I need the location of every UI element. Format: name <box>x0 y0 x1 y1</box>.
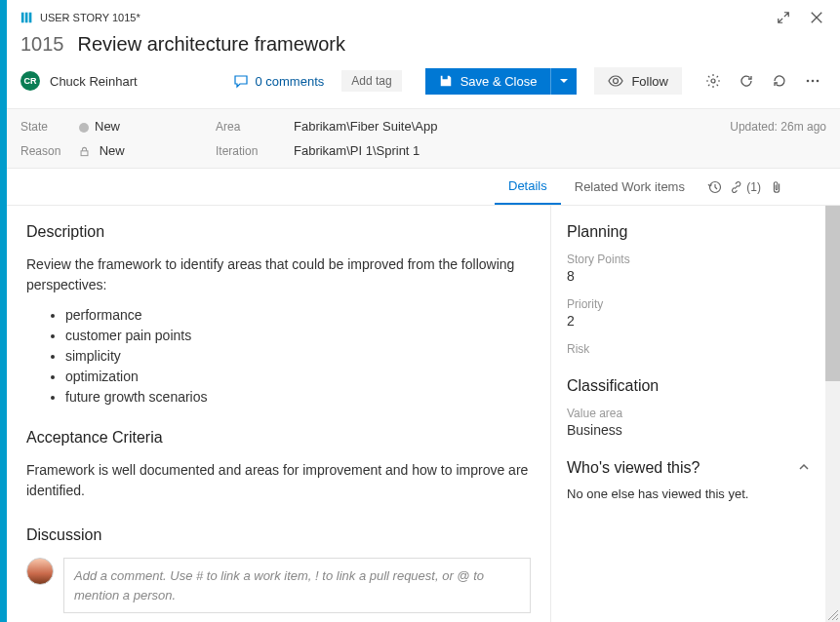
priority-value[interactable]: 2 <box>567 313 810 329</box>
value-area-label: Value area <box>567 407 810 420</box>
svg-point-7 <box>817 80 820 83</box>
list-item: simplicity <box>65 346 531 367</box>
acceptance-criteria-title: Acceptance Criteria <box>26 429 531 447</box>
reason-label: Reason <box>20 144 79 158</box>
tab-history[interactable] <box>699 170 730 205</box>
viewed-title: Who's viewed this? <box>567 459 700 477</box>
area-label: Area <box>216 120 294 134</box>
tab-links[interactable]: (1) <box>730 170 761 205</box>
scrollbar-thumb[interactable] <box>825 206 840 381</box>
list-item: future growth scenarios <box>65 387 531 408</box>
updated-label: Updated: 26m ago <box>730 120 826 134</box>
expand-icon[interactable] <box>774 8 793 27</box>
state-value[interactable]: New <box>79 119 216 134</box>
follow-label: Follow <box>631 74 668 89</box>
work-item-id: 1015 <box>20 33 64 56</box>
list-item: optimization <box>65 367 531 387</box>
classification-title: Classification <box>567 377 810 395</box>
lock-icon <box>79 146 90 157</box>
list-item: customer pain points <box>65 326 531 346</box>
svg-point-4 <box>711 79 715 83</box>
work-item-title[interactable]: Review architecture framework <box>78 33 346 56</box>
save-label: Save & Close <box>460 74 538 89</box>
user-story-icon <box>20 11 34 24</box>
tab-related-work-items[interactable]: Related Work items <box>561 170 699 204</box>
undo-button[interactable] <box>766 67 793 95</box>
story-points-label: Story Points <box>567 253 810 266</box>
discussion-input[interactable]: Add a comment. Use # to link a work item… <box>63 558 531 613</box>
more-actions-button[interactable] <box>799 67 826 95</box>
iteration-value[interactable]: Fabrikam\PI 1\Sprint 1 <box>294 143 730 158</box>
risk-label: Risk <box>567 342 810 356</box>
svg-point-6 <box>812 80 815 83</box>
resize-grip-icon[interactable] <box>826 608 840 622</box>
current-user-avatar <box>26 558 54 585</box>
svg-rect-8 <box>81 151 88 156</box>
refresh-icon <box>739 73 754 89</box>
follow-button[interactable]: Follow <box>594 67 682 95</box>
save-icon <box>439 74 453 88</box>
avatar[interactable]: CR <box>20 71 40 91</box>
chevron-down-icon <box>559 76 569 86</box>
vertical-scrollbar[interactable] <box>825 206 840 622</box>
story-points-value[interactable]: 8 <box>567 268 810 284</box>
color-rail <box>0 0 7 622</box>
description-title: Description <box>26 223 531 241</box>
links-count: (1) <box>746 180 761 194</box>
acceptance-criteria-text[interactable]: Framework is well documented and areas f… <box>26 460 531 501</box>
state-label: State <box>20 120 79 134</box>
close-icon[interactable] <box>807 8 826 27</box>
assignee-name[interactable]: Chuck Reinhart <box>50 74 138 89</box>
viewed-text: No one else has viewed this yet. <box>567 486 810 501</box>
state-dot-icon <box>79 123 89 133</box>
tab-details[interactable]: Details <box>495 169 561 205</box>
settings-button[interactable] <box>700 67 727 95</box>
description-text[interactable]: Review the framework to identify areas t… <box>26 254 531 295</box>
work-item-type-label: USER STORY 1015* <box>40 12 140 23</box>
description-bullets[interactable]: performance customer pain points simplic… <box>26 305 531 408</box>
undo-icon <box>772 73 787 89</box>
comments-link[interactable]: 0 comments <box>233 73 324 89</box>
ellipsis-icon <box>805 73 820 89</box>
save-and-close-button[interactable]: Save & Close <box>425 68 551 95</box>
priority-label: Priority <box>567 297 810 311</box>
link-icon <box>730 179 742 195</box>
svg-rect-2 <box>29 13 32 23</box>
comments-count-label: 0 comments <box>255 74 324 89</box>
discussion-title: Discussion <box>26 526 531 544</box>
add-tag-button[interactable]: Add tag <box>341 70 401 92</box>
value-area-value[interactable]: Business <box>567 422 810 438</box>
tab-attachments[interactable] <box>761 170 792 205</box>
attachment-icon <box>770 179 783 195</box>
reason-value[interactable]: New <box>79 143 216 158</box>
iteration-label: Iteration <box>216 144 294 158</box>
comment-icon <box>233 73 249 89</box>
planning-title: Planning <box>567 223 810 241</box>
body-right-pane: Planning Story Points 8 Priority 2 Risk … <box>550 206 825 622</box>
list-item: performance <box>65 305 531 326</box>
eye-icon <box>608 73 623 89</box>
history-icon <box>706 179 722 195</box>
tabs-row: Details Related Work items (1) <box>7 169 840 206</box>
refresh-button[interactable] <box>733 67 760 95</box>
collapse-icon[interactable] <box>798 460 810 476</box>
svg-rect-1 <box>25 13 28 23</box>
save-dropdown-button[interactable] <box>550 68 577 95</box>
body-left-pane: Description Review the framework to iden… <box>7 206 550 622</box>
svg-point-3 <box>614 79 619 84</box>
header: USER STORY 1015* 1015 Review architectur… <box>7 0 840 109</box>
svg-point-5 <box>807 80 810 83</box>
gear-icon <box>705 73 721 89</box>
area-value[interactable]: Fabrikam\Fiber Suite\App <box>294 119 730 134</box>
info-bar: State New Area Fabrikam\Fiber Suite\App … <box>7 109 840 169</box>
svg-rect-0 <box>21 13 24 23</box>
